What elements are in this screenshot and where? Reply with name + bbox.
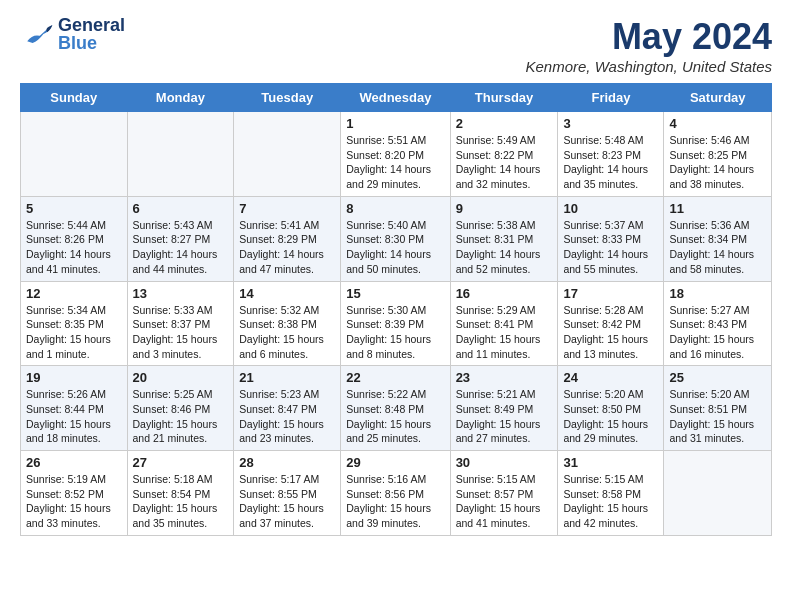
day-info: Sunrise: 5:37 AMSunset: 8:33 PMDaylight:… <box>563 218 658 277</box>
calendar-cell: 24Sunrise: 5:20 AMSunset: 8:50 PMDayligh… <box>558 366 664 451</box>
calendar-header-row: Sunday Monday Tuesday Wednesday Thursday… <box>21 84 772 112</box>
day-info: Sunrise: 5:32 AMSunset: 8:38 PMDaylight:… <box>239 303 335 362</box>
day-info: Sunrise: 5:22 AMSunset: 8:48 PMDaylight:… <box>346 387 444 446</box>
day-info: Sunrise: 5:36 AMSunset: 8:34 PMDaylight:… <box>669 218 766 277</box>
day-info: Sunrise: 5:26 AMSunset: 8:44 PMDaylight:… <box>26 387 122 446</box>
day-info: Sunrise: 5:51 AMSunset: 8:20 PMDaylight:… <box>346 133 444 192</box>
day-number: 2 <box>456 116 553 131</box>
calendar-cell: 10Sunrise: 5:37 AMSunset: 8:33 PMDayligh… <box>558 196 664 281</box>
day-number: 15 <box>346 286 444 301</box>
day-info: Sunrise: 5:27 AMSunset: 8:43 PMDaylight:… <box>669 303 766 362</box>
calendar-cell: 6Sunrise: 5:43 AMSunset: 8:27 PMDaylight… <box>127 196 234 281</box>
calendar-cell: 23Sunrise: 5:21 AMSunset: 8:49 PMDayligh… <box>450 366 558 451</box>
day-number: 24 <box>563 370 658 385</box>
day-info: Sunrise: 5:25 AMSunset: 8:46 PMDaylight:… <box>133 387 229 446</box>
col-thursday: Thursday <box>450 84 558 112</box>
calendar-week-3: 12Sunrise: 5:34 AMSunset: 8:35 PMDayligh… <box>21 281 772 366</box>
calendar-cell: 21Sunrise: 5:23 AMSunset: 8:47 PMDayligh… <box>234 366 341 451</box>
calendar-cell: 31Sunrise: 5:15 AMSunset: 8:58 PMDayligh… <box>558 451 664 536</box>
calendar-cell <box>127 112 234 197</box>
calendar-cell: 27Sunrise: 5:18 AMSunset: 8:54 PMDayligh… <box>127 451 234 536</box>
day-number: 25 <box>669 370 766 385</box>
day-info: Sunrise: 5:20 AMSunset: 8:51 PMDaylight:… <box>669 387 766 446</box>
calendar-cell: 7Sunrise: 5:41 AMSunset: 8:29 PMDaylight… <box>234 196 341 281</box>
day-number: 29 <box>346 455 444 470</box>
day-number: 8 <box>346 201 444 216</box>
day-number: 5 <box>26 201 122 216</box>
location: Kenmore, Washington, United States <box>525 58 772 75</box>
logo: General Blue <box>20 16 125 52</box>
calendar-week-2: 5Sunrise: 5:44 AMSunset: 8:26 PMDaylight… <box>21 196 772 281</box>
calendar-cell: 25Sunrise: 5:20 AMSunset: 8:51 PMDayligh… <box>664 366 772 451</box>
calendar-cell: 15Sunrise: 5:30 AMSunset: 8:39 PMDayligh… <box>341 281 450 366</box>
title-block: May 2024 Kenmore, Washington, United Sta… <box>525 16 772 75</box>
calendar-cell: 1Sunrise: 5:51 AMSunset: 8:20 PMDaylight… <box>341 112 450 197</box>
calendar-cell: 29Sunrise: 5:16 AMSunset: 8:56 PMDayligh… <box>341 451 450 536</box>
day-info: Sunrise: 5:19 AMSunset: 8:52 PMDaylight:… <box>26 472 122 531</box>
col-monday: Monday <box>127 84 234 112</box>
calendar-cell <box>234 112 341 197</box>
day-info: Sunrise: 5:20 AMSunset: 8:50 PMDaylight:… <box>563 387 658 446</box>
header: General Blue May 2024 Kenmore, Washingto… <box>20 16 772 75</box>
col-sunday: Sunday <box>21 84 128 112</box>
day-info: Sunrise: 5:46 AMSunset: 8:25 PMDaylight:… <box>669 133 766 192</box>
day-number: 4 <box>669 116 766 131</box>
calendar-cell: 2Sunrise: 5:49 AMSunset: 8:22 PMDaylight… <box>450 112 558 197</box>
calendar: Sunday Monday Tuesday Wednesday Thursday… <box>20 83 772 536</box>
calendar-cell: 12Sunrise: 5:34 AMSunset: 8:35 PMDayligh… <box>21 281 128 366</box>
logo-blue-text: Blue <box>58 34 125 52</box>
day-info: Sunrise: 5:44 AMSunset: 8:26 PMDaylight:… <box>26 218 122 277</box>
day-info: Sunrise: 5:40 AMSunset: 8:30 PMDaylight:… <box>346 218 444 277</box>
calendar-cell: 18Sunrise: 5:27 AMSunset: 8:43 PMDayligh… <box>664 281 772 366</box>
day-number: 16 <box>456 286 553 301</box>
day-info: Sunrise: 5:18 AMSunset: 8:54 PMDaylight:… <box>133 472 229 531</box>
day-info: Sunrise: 5:43 AMSunset: 8:27 PMDaylight:… <box>133 218 229 277</box>
day-number: 30 <box>456 455 553 470</box>
calendar-cell: 22Sunrise: 5:22 AMSunset: 8:48 PMDayligh… <box>341 366 450 451</box>
month-title: May 2024 <box>525 16 772 58</box>
day-number: 23 <box>456 370 553 385</box>
day-number: 14 <box>239 286 335 301</box>
calendar-cell: 16Sunrise: 5:29 AMSunset: 8:41 PMDayligh… <box>450 281 558 366</box>
calendar-cell <box>21 112 128 197</box>
day-number: 9 <box>456 201 553 216</box>
day-number: 3 <box>563 116 658 131</box>
day-number: 18 <box>669 286 766 301</box>
day-info: Sunrise: 5:33 AMSunset: 8:37 PMDaylight:… <box>133 303 229 362</box>
day-number: 1 <box>346 116 444 131</box>
calendar-cell: 30Sunrise: 5:15 AMSunset: 8:57 PMDayligh… <box>450 451 558 536</box>
day-number: 19 <box>26 370 122 385</box>
day-number: 31 <box>563 455 658 470</box>
day-number: 22 <box>346 370 444 385</box>
calendar-cell: 19Sunrise: 5:26 AMSunset: 8:44 PMDayligh… <box>21 366 128 451</box>
day-info: Sunrise: 5:48 AMSunset: 8:23 PMDaylight:… <box>563 133 658 192</box>
calendar-cell: 26Sunrise: 5:19 AMSunset: 8:52 PMDayligh… <box>21 451 128 536</box>
day-info: Sunrise: 5:16 AMSunset: 8:56 PMDaylight:… <box>346 472 444 531</box>
calendar-week-1: 1Sunrise: 5:51 AMSunset: 8:20 PMDaylight… <box>21 112 772 197</box>
calendar-cell: 11Sunrise: 5:36 AMSunset: 8:34 PMDayligh… <box>664 196 772 281</box>
calendar-cell: 8Sunrise: 5:40 AMSunset: 8:30 PMDaylight… <box>341 196 450 281</box>
day-number: 6 <box>133 201 229 216</box>
day-info: Sunrise: 5:15 AMSunset: 8:57 PMDaylight:… <box>456 472 553 531</box>
day-number: 11 <box>669 201 766 216</box>
day-info: Sunrise: 5:30 AMSunset: 8:39 PMDaylight:… <box>346 303 444 362</box>
day-number: 20 <box>133 370 229 385</box>
col-wednesday: Wednesday <box>341 84 450 112</box>
day-info: Sunrise: 5:29 AMSunset: 8:41 PMDaylight:… <box>456 303 553 362</box>
calendar-cell: 3Sunrise: 5:48 AMSunset: 8:23 PMDaylight… <box>558 112 664 197</box>
col-tuesday: Tuesday <box>234 84 341 112</box>
calendar-cell: 20Sunrise: 5:25 AMSunset: 8:46 PMDayligh… <box>127 366 234 451</box>
calendar-cell: 5Sunrise: 5:44 AMSunset: 8:26 PMDaylight… <box>21 196 128 281</box>
day-number: 26 <box>26 455 122 470</box>
day-number: 13 <box>133 286 229 301</box>
day-info: Sunrise: 5:15 AMSunset: 8:58 PMDaylight:… <box>563 472 658 531</box>
logo-general-text: General <box>58 16 125 34</box>
calendar-cell: 28Sunrise: 5:17 AMSunset: 8:55 PMDayligh… <box>234 451 341 536</box>
col-friday: Friday <box>558 84 664 112</box>
day-number: 27 <box>133 455 229 470</box>
calendar-cell: 9Sunrise: 5:38 AMSunset: 8:31 PMDaylight… <box>450 196 558 281</box>
day-info: Sunrise: 5:28 AMSunset: 8:42 PMDaylight:… <box>563 303 658 362</box>
calendar-cell: 14Sunrise: 5:32 AMSunset: 8:38 PMDayligh… <box>234 281 341 366</box>
calendar-cell: 17Sunrise: 5:28 AMSunset: 8:42 PMDayligh… <box>558 281 664 366</box>
page: General Blue May 2024 Kenmore, Washingto… <box>0 0 792 612</box>
